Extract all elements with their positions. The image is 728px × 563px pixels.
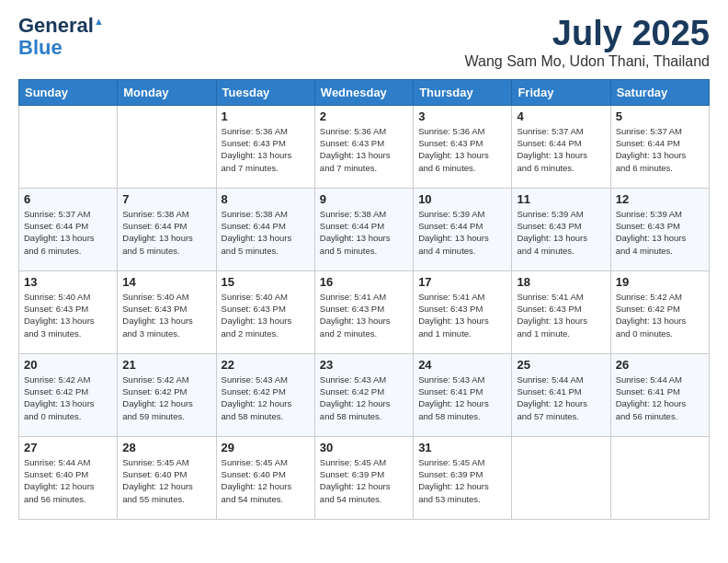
day-detail: Sunrise: 5:41 AM Sunset: 6:43 PM Dayligh… — [418, 291, 506, 339]
day-detail: Sunrise: 5:44 AM Sunset: 6:41 PM Dayligh… — [517, 373, 605, 422]
weekday-header: Monday — [118, 79, 216, 105]
day-number: 15 — [222, 275, 310, 289]
day-number: 5 — [616, 109, 704, 123]
calendar-cell: 5Sunrise: 5:37 AM Sunset: 6:44 PM Daylig… — [610, 105, 709, 188]
day-detail: Sunrise: 5:39 AM Sunset: 6:43 PM Dayligh… — [616, 208, 704, 257]
day-detail: Sunrise: 5:44 AM Sunset: 6:41 PM Dayligh… — [616, 373, 704, 422]
day-number: 20 — [24, 358, 112, 372]
calendar-cell: 31Sunrise: 5:45 AM Sunset: 6:39 PM Dayli… — [414, 436, 512, 519]
day-number: 9 — [320, 192, 408, 206]
day-detail: Sunrise: 5:45 AM Sunset: 6:40 PM Dayligh… — [122, 456, 210, 505]
day-detail: Sunrise: 5:41 AM Sunset: 6:43 PM Dayligh… — [517, 291, 605, 339]
calendar-cell: 27Sunrise: 5:44 AM Sunset: 6:40 PM Dayli… — [19, 436, 118, 519]
day-number: 28 — [122, 441, 210, 454]
day-number: 25 — [517, 358, 605, 372]
day-number: 26 — [616, 358, 704, 372]
day-number: 7 — [122, 192, 210, 206]
day-number: 17 — [418, 275, 506, 289]
day-number: 27 — [24, 441, 112, 454]
calendar-cell: 11Sunrise: 5:39 AM Sunset: 6:43 PM Dayli… — [512, 188, 610, 270]
calendar-cell: 6Sunrise: 5:37 AM Sunset: 6:44 PM Daylig… — [19, 188, 118, 270]
day-detail: Sunrise: 5:36 AM Sunset: 6:43 PM Dayligh… — [222, 125, 310, 174]
day-number: 3 — [418, 109, 506, 123]
day-number: 22 — [222, 358, 310, 372]
day-number: 21 — [122, 358, 210, 372]
calendar-cell: 15Sunrise: 5:40 AM Sunset: 6:43 PM Dayli… — [216, 270, 314, 353]
day-detail: Sunrise: 5:39 AM Sunset: 6:43 PM Dayligh… — [517, 208, 605, 257]
calendar-week-row: 6Sunrise: 5:37 AM Sunset: 6:44 PM Daylig… — [19, 188, 710, 270]
day-detail: Sunrise: 5:38 AM Sunset: 6:44 PM Dayligh… — [122, 208, 210, 257]
calendar-cell: 28Sunrise: 5:45 AM Sunset: 6:40 PM Dayli… — [118, 436, 216, 519]
logo: General▲ Blue — [18, 15, 104, 59]
day-detail: Sunrise: 5:43 AM Sunset: 6:41 PM Dayligh… — [418, 373, 506, 422]
calendar-cell: 12Sunrise: 5:39 AM Sunset: 6:43 PM Dayli… — [610, 188, 709, 270]
day-detail: Sunrise: 5:45 AM Sunset: 6:39 PM Dayligh… — [418, 456, 506, 505]
day-number: 12 — [616, 192, 704, 206]
day-detail: Sunrise: 5:36 AM Sunset: 6:43 PM Dayligh… — [418, 125, 506, 174]
day-number: 4 — [517, 109, 605, 123]
day-detail: Sunrise: 5:43 AM Sunset: 6:42 PM Dayligh… — [320, 373, 408, 422]
calendar-week-row: 13Sunrise: 5:40 AM Sunset: 6:43 PM Dayli… — [19, 270, 710, 353]
calendar-cell: 17Sunrise: 5:41 AM Sunset: 6:43 PM Dayli… — [414, 270, 512, 353]
day-detail: Sunrise: 5:39 AM Sunset: 6:44 PM Dayligh… — [418, 208, 506, 257]
day-detail: Sunrise: 5:37 AM Sunset: 6:44 PM Dayligh… — [517, 125, 605, 174]
weekday-header: Wednesday — [314, 79, 413, 105]
day-number: 24 — [418, 358, 506, 372]
calendar-cell: 4Sunrise: 5:37 AM Sunset: 6:44 PM Daylig… — [512, 105, 610, 188]
main-title: July 2025 — [464, 15, 710, 53]
day-number: 23 — [320, 358, 408, 372]
day-number: 31 — [418, 441, 506, 454]
calendar-cell: 22Sunrise: 5:43 AM Sunset: 6:42 PM Dayli… — [216, 353, 314, 436]
day-number: 11 — [517, 192, 605, 206]
calendar-cell: 3Sunrise: 5:36 AM Sunset: 6:43 PM Daylig… — [414, 105, 512, 188]
subtitle: Wang Sam Mo, Udon Thani, Thailand — [464, 53, 710, 70]
day-detail: Sunrise: 5:42 AM Sunset: 6:42 PM Dayligh… — [24, 373, 112, 422]
day-number: 16 — [320, 275, 408, 289]
page: General▲ Blue July 2025 Wang Sam Mo, Udo… — [0, 0, 728, 563]
day-number: 10 — [418, 192, 506, 206]
weekday-header: Friday — [512, 79, 610, 105]
day-detail: Sunrise: 5:44 AM Sunset: 6:40 PM Dayligh… — [24, 456, 112, 505]
calendar-cell: 26Sunrise: 5:44 AM Sunset: 6:41 PM Dayli… — [610, 353, 709, 436]
day-detail: Sunrise: 5:42 AM Sunset: 6:42 PM Dayligh… — [616, 291, 704, 339]
calendar-cell: 1Sunrise: 5:36 AM Sunset: 6:43 PM Daylig… — [216, 105, 314, 188]
calendar-cell: 10Sunrise: 5:39 AM Sunset: 6:44 PM Dayli… — [414, 188, 512, 270]
day-number: 30 — [320, 441, 408, 454]
day-detail: Sunrise: 5:42 AM Sunset: 6:42 PM Dayligh… — [122, 373, 210, 422]
day-detail: Sunrise: 5:36 AM Sunset: 6:43 PM Dayligh… — [320, 125, 408, 174]
title-section: July 2025 Wang Sam Mo, Udon Thani, Thail… — [464, 15, 710, 70]
calendar-cell: 14Sunrise: 5:40 AM Sunset: 6:43 PM Dayli… — [118, 270, 216, 353]
calendar-cell — [19, 105, 118, 188]
calendar-cell: 16Sunrise: 5:41 AM Sunset: 6:43 PM Dayli… — [314, 270, 413, 353]
calendar-cell: 8Sunrise: 5:38 AM Sunset: 6:44 PM Daylig… — [216, 188, 314, 270]
header: General▲ Blue July 2025 Wang Sam Mo, Udo… — [18, 15, 710, 70]
calendar-cell: 29Sunrise: 5:45 AM Sunset: 6:40 PM Dayli… — [216, 436, 314, 519]
logo-blue: Blue — [18, 37, 63, 59]
logo-text: General▲ — [18, 15, 104, 37]
calendar-cell: 25Sunrise: 5:44 AM Sunset: 6:41 PM Dayli… — [512, 353, 610, 436]
weekday-header: Sunday — [19, 79, 118, 105]
day-number: 19 — [616, 275, 704, 289]
calendar-cell: 23Sunrise: 5:43 AM Sunset: 6:42 PM Dayli… — [314, 353, 413, 436]
weekday-header: Thursday — [414, 79, 512, 105]
day-number: 14 — [122, 275, 210, 289]
calendar-week-row: 27Sunrise: 5:44 AM Sunset: 6:40 PM Dayli… — [19, 436, 710, 519]
day-detail: Sunrise: 5:37 AM Sunset: 6:44 PM Dayligh… — [616, 125, 704, 174]
weekday-header: Saturday — [610, 79, 709, 105]
calendar-cell — [610, 436, 709, 519]
calendar-header-row: SundayMondayTuesdayWednesdayThursdayFrid… — [19, 79, 710, 105]
calendar-table: SundayMondayTuesdayWednesdayThursdayFrid… — [18, 79, 710, 520]
calendar-cell: 18Sunrise: 5:41 AM Sunset: 6:43 PM Dayli… — [512, 270, 610, 353]
day-detail: Sunrise: 5:37 AM Sunset: 6:44 PM Dayligh… — [24, 208, 112, 257]
day-number: 1 — [222, 109, 310, 123]
day-detail: Sunrise: 5:38 AM Sunset: 6:44 PM Dayligh… — [320, 208, 408, 257]
day-detail: Sunrise: 5:41 AM Sunset: 6:43 PM Dayligh… — [320, 291, 408, 339]
calendar-cell: 20Sunrise: 5:42 AM Sunset: 6:42 PM Dayli… — [19, 353, 118, 436]
day-detail: Sunrise: 5:38 AM Sunset: 6:44 PM Dayligh… — [222, 208, 310, 257]
day-number: 29 — [222, 441, 310, 454]
day-detail: Sunrise: 5:40 AM Sunset: 6:43 PM Dayligh… — [122, 291, 210, 339]
day-number: 18 — [517, 275, 605, 289]
day-detail: Sunrise: 5:40 AM Sunset: 6:43 PM Dayligh… — [24, 291, 112, 339]
calendar-cell — [512, 436, 610, 519]
calendar-cell — [118, 105, 216, 188]
